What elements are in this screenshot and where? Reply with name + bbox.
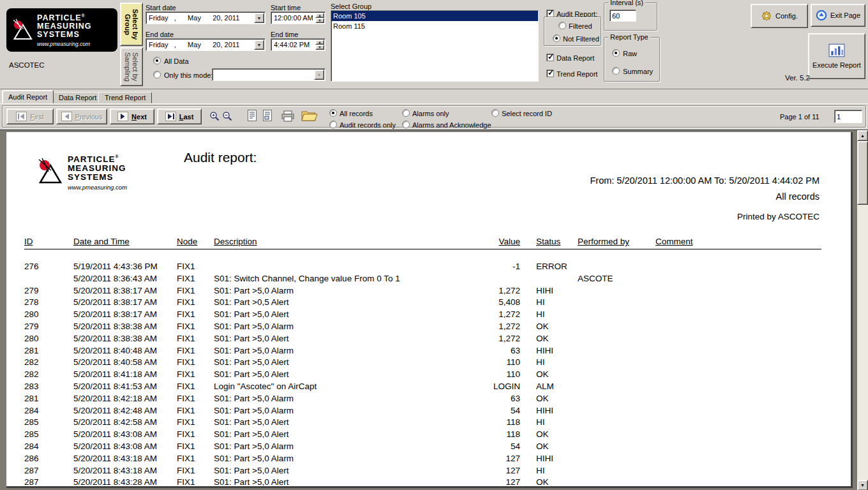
cell-value: 5,408 — [475, 297, 520, 309]
filtered-radio[interactable] — [558, 22, 566, 29]
previous-page-button-label: Previous — [75, 113, 103, 121]
scroll-up-icon[interactable]: ▲ — [857, 130, 868, 141]
all-data-radio[interactable] — [153, 57, 161, 64]
print-icon[interactable] — [281, 110, 295, 124]
select-group-listbox[interactable]: Room 105 Room 115 — [331, 10, 539, 82]
data-report-checkbox[interactable] — [546, 54, 554, 61]
cell-comment — [655, 393, 821, 405]
cell-description: S01: Part >5,0 Alarm — [214, 285, 475, 297]
cell-comment — [655, 285, 821, 297]
page-count-label: Page 1 of 11 — [780, 113, 819, 121]
cell-id: 284 — [24, 405, 73, 417]
tab-audit-report[interactable]: Audit Report — [2, 90, 54, 103]
cell-date-time: 5/20/2011 8:40:58 AM — [73, 357, 177, 369]
cell-id: 287 — [24, 477, 73, 488]
previous-page-button[interactable]: Previous — [56, 108, 107, 124]
start-time-spinner[interactable]: 12:00:00 AM ▲▼ — [271, 11, 326, 24]
cell-status: HI — [520, 357, 578, 369]
cell-status: OK — [520, 321, 578, 333]
cell-value: 63 — [475, 393, 520, 405]
raw-radio[interactable] — [612, 49, 620, 57]
zoom-out-icon[interactable] — [222, 111, 233, 124]
last-page-button[interactable]: Last — [157, 108, 202, 124]
list-item-label: Room 105 — [333, 12, 366, 20]
report-viewport: PARTICLE® MEASURING SYSTEMS www.pmeasuri… — [0, 130, 868, 490]
cell-node: FIX1 — [177, 441, 214, 453]
end-date-combo[interactable]: Friday , May 20, 2011 ▼ — [146, 38, 266, 51]
start-date-combo[interactable]: Friday , May 20, 2011 ▼ — [146, 11, 266, 24]
cell-performed-by — [578, 345, 655, 357]
start-date-dropdown-icon[interactable]: ▼ — [254, 13, 264, 23]
cell-status: HI — [520, 297, 578, 309]
column-header-node: Node — [177, 237, 214, 246]
all-records-radio[interactable] — [329, 109, 337, 117]
cell-status: ALM — [520, 381, 578, 393]
page-number-input[interactable] — [834, 110, 862, 123]
cell-node: FIX1 — [177, 429, 214, 441]
cell-description: S01: Part >0,5 Alert — [214, 297, 475, 309]
start-time-up-icon[interactable]: ▲ — [315, 13, 324, 18]
scroll-down-icon[interactable]: ▼ — [857, 480, 868, 490]
alarms-only-radio[interactable] — [402, 109, 410, 117]
tab-trend-report[interactable]: Trend Report — [98, 92, 152, 103]
list-item-room-115[interactable]: Room 115 — [331, 21, 538, 31]
first-page-button[interactable]: First — [6, 108, 54, 124]
alarms-and-acknowledge-radio[interactable] — [402, 121, 410, 128]
cell-id: 282 — [24, 357, 73, 369]
mode-combo-dropdown-icon[interactable]: ▼ — [314, 70, 324, 80]
execute-report-button[interactable]: Execute Report — [808, 33, 865, 79]
start-time-down-icon[interactable]: ▼ — [315, 18, 324, 23]
trend-report-checkbox[interactable] — [546, 70, 554, 77]
scrollbar-thumb[interactable] — [857, 141, 868, 205]
end-date-label: End date — [146, 31, 174, 38]
cell-performed-by — [578, 465, 655, 477]
end-time-up-icon[interactable]: ▲ — [315, 40, 324, 45]
open-folder-icon[interactable] — [301, 109, 318, 124]
tab-select-by-group[interactable]: Select by Group — [120, 3, 143, 46]
not-filtered-label: Not Filtered — [563, 35, 599, 43]
next-page-button[interactable]: Next — [110, 108, 154, 124]
cell-node: FIX1 — [177, 309, 214, 321]
cell-node: FIX1 — [177, 345, 214, 357]
tab-select-by-sampling[interactable]: Select by Sampling — [120, 47, 143, 86]
pms-logo: PARTICLE® MEASURING SYSTEMS www.pmeasuri… — [6, 8, 117, 52]
summary-label: Summary — [623, 68, 653, 75]
first-page-button-label: First — [30, 113, 43, 121]
summary-radio[interactable] — [612, 67, 620, 75]
interval-input[interactable] — [610, 10, 636, 22]
tab-select-by-sampling-label: Select by Sampling — [124, 48, 139, 85]
select-record-id-radio[interactable] — [491, 109, 499, 117]
start-date-label: Start date — [146, 4, 176, 11]
zoom-in-icon[interactable] — [209, 111, 220, 124]
notes-document-icon[interactable] — [263, 110, 272, 124]
only-this-mode-radio[interactable] — [153, 71, 161, 78]
cell-description: S01: Part >5,0 Alert — [214, 357, 475, 369]
tab-data-report[interactable]: Data Report — [52, 92, 103, 103]
cell-status: HI — [520, 309, 578, 321]
cell-description: S01: Part >5,0 Alert — [214, 465, 475, 477]
config-button[interactable]: Config. — [751, 4, 808, 28]
report-document-icon[interactable] — [248, 110, 257, 124]
cell-date-time: 5/20/2011 8:38:17 AM — [73, 309, 177, 321]
table-row: 284 5/20/2011 8:43:08 AM FIX1 S01: Part … — [24, 441, 821, 453]
table-row: 287 5/20/2011 8:43:18 AM FIX1 S01: Part … — [24, 465, 821, 477]
list-item-room-105[interactable]: Room 105 — [331, 11, 538, 21]
tab-label: Data Report — [59, 94, 96, 101]
exit-page-button[interactable]: Exit Page — [811, 4, 865, 27]
column-header-status: Status — [520, 237, 578, 246]
vertical-scrollbar[interactable]: ▲ ▼ — [857, 130, 868, 490]
select-record-id-label: Select record ID — [502, 110, 552, 117]
cell-description: S01: Part >5,0 Alarm — [214, 345, 475, 357]
cell-description: S01: Part >5,0 Alarm — [214, 441, 475, 453]
cell-comment — [655, 345, 821, 357]
audit-records-only-radio[interactable] — [329, 121, 337, 128]
cell-comment — [655, 477, 821, 488]
end-time-down-icon[interactable]: ▼ — [315, 45, 324, 50]
mode-combo[interactable]: ▼ — [212, 68, 326, 81]
cell-id: 279 — [24, 285, 73, 297]
end-time-spinner[interactable]: 4:44:02 PM ▲▼ — [271, 38, 326, 51]
cell-node: FIX1 — [177, 333, 214, 345]
not-filtered-radio[interactable] — [553, 34, 560, 42]
end-date-dropdown-icon[interactable]: ▼ — [254, 40, 264, 50]
cell-node: FIX1 — [177, 273, 214, 285]
